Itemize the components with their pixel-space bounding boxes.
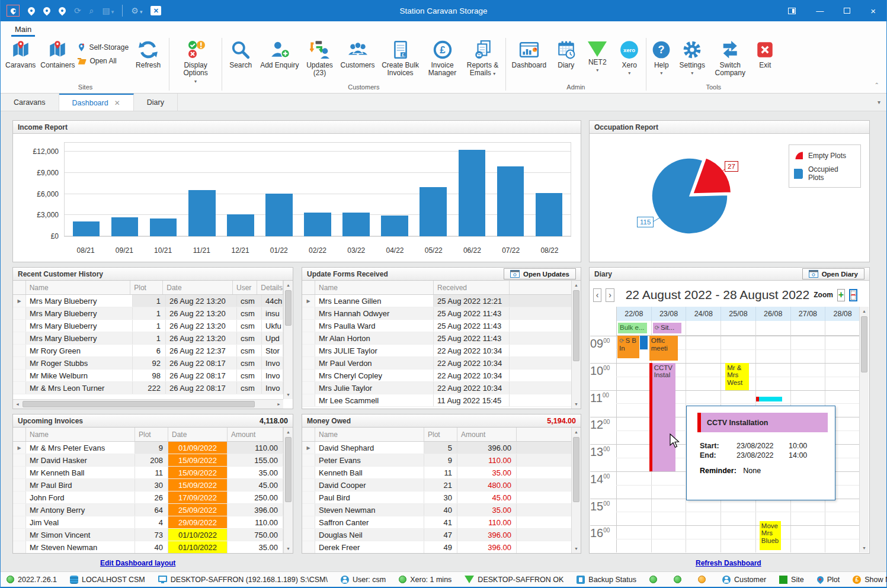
site-pin-icon[interactable]	[42, 6, 52, 16]
status-item[interactable]: LOCALHOST CSM	[70, 576, 145, 584]
diary-day-header[interactable]: 23/08	[651, 307, 686, 321]
zoom-out-button[interactable]: −	[849, 289, 857, 301]
close-button[interactable]: ×	[870, 6, 876, 16]
maximize-button[interactable]	[844, 8, 850, 14]
table-row[interactable]: Mrs Mary Blueberry 1 26 Aug 22 13:20 csm…	[13, 295, 283, 307]
all-day-event[interactable]: ⟳Sit...	[653, 323, 682, 333]
diary-event[interactable]: Move Mrs Blueb	[760, 521, 781, 551]
edit-dashboard-layout-link[interactable]: Edit Dashboard layout	[100, 559, 175, 567]
status-item[interactable]: User: csm	[341, 576, 386, 584]
table-row[interactable]: Mrs JULIE Taylor 22 Aug 2022 10:34	[302, 345, 571, 357]
table-row[interactable]: Mr Steven Newman 40 01/10/2022 35.00	[13, 541, 283, 553]
settings-button[interactable]: Settings ▾	[675, 37, 709, 76]
customers-button[interactable]: Customers	[338, 37, 377, 69]
open-diary-button[interactable]: Open Diary	[802, 268, 864, 279]
ribbon-tab-main[interactable]: Main	[11, 23, 35, 37]
status-item[interactable]: DESKTOP-SAFFRON (192.168.1.189) S:\CSM\	[158, 576, 328, 584]
table-row[interactable]: Mr Rory Green 6 26 Aug 22 12:37 csm Stor	[13, 345, 283, 357]
table-row[interactable]: Derek Freer 49 396.00	[302, 541, 571, 553]
scroll-right-icon[interactable]: ►	[274, 400, 283, 409]
status-item[interactable]: Show None	[853, 576, 887, 584]
diary-event[interactable]: ⟳S B In	[617, 336, 639, 358]
diary-event[interactable]: Offic meeti	[649, 336, 678, 361]
diary-event[interactable]	[756, 397, 782, 401]
scroll-down-icon[interactable]: ▼	[284, 390, 293, 399]
table-row[interactable]: Mrs Mary Blueberry 1 26 Aug 22 13:20 csm…	[13, 320, 283, 332]
site-pin-icon[interactable]	[27, 6, 37, 16]
diary-day-header[interactable]: 24/08	[686, 307, 721, 321]
table-row[interactable]: Mr Mike Welburn 98 26 Aug 22 08:17 csm I…	[13, 369, 283, 382]
tab-diary[interactable]: Diary	[134, 94, 178, 111]
layout-panel-icon[interactable]	[788, 8, 796, 14]
open-all-button[interactable]: Open All	[77, 57, 129, 65]
table-row[interactable]: Steven Newman 40 35.00	[302, 504, 571, 516]
invoice-manager-button[interactable]: £ Invoice Manager	[424, 37, 462, 78]
table-row[interactable]: Mrs Mary Blueberry 1 26 Aug 22 13:20 csm…	[13, 332, 283, 345]
refresh-button[interactable]: Refresh	[129, 37, 168, 69]
status-item[interactable]: Xero: 1 mins	[399, 576, 451, 584]
gear-icon[interactable]: ⚙▾	[131, 6, 142, 15]
diary-event[interactable]	[640, 336, 648, 349]
table-row[interactable]: Mrs Julie Taylor 22 Aug 2022 10:34	[302, 382, 571, 394]
status-item[interactable]: Plot	[817, 576, 840, 584]
table-row[interactable]: Kenneth Ball 11 35.00	[302, 467, 571, 479]
containers-button[interactable]: Containers	[38, 37, 77, 69]
status-item[interactable]: Backup Status	[577, 576, 636, 584]
next-week-button[interactable]: ›	[606, 288, 614, 302]
status-item[interactable]	[649, 576, 661, 583]
diary-event[interactable]: Mr & Mrs West	[725, 363, 749, 390]
scroll-down-icon[interactable]: ▼	[572, 544, 581, 553]
caravans-button[interactable]: Caravans	[3, 37, 38, 69]
scrollbar-thumb[interactable]	[573, 437, 579, 502]
scrollbar-thumb[interactable]	[285, 437, 292, 502]
scroll-up-icon[interactable]: ▲	[284, 281, 293, 290]
table-row[interactable]: Mr Lee Scammell 11 Aug 2022 15:45	[302, 394, 571, 407]
table-row[interactable]: Mr & Mrs Leon Turner 222 26 Aug 22 08:17…	[13, 382, 283, 394]
vertical-scrollbar[interactable]: ▲ ▼	[571, 428, 581, 553]
minimize-button[interactable]: —	[816, 7, 824, 15]
table-row[interactable]: David Shephard 5 396.00	[302, 442, 571, 454]
vertical-scrollbar[interactable]: ▲ ▼	[571, 281, 581, 409]
open-updates-button[interactable]: Open Updates	[504, 268, 576, 279]
display-options-button[interactable]: Display Options ▾	[171, 37, 220, 85]
xero-button[interactable]: xero Xero ▾	[614, 37, 645, 76]
zoom-in-button[interactable]: +	[837, 289, 845, 301]
table-row[interactable]: Peter Evans 9 110.00	[302, 454, 571, 467]
diary-day-header[interactable]: 22/08	[616, 307, 651, 321]
table-row[interactable]: Mrs Cheryl Copley 22 Aug 2022 10:34	[302, 369, 571, 382]
site-pin-icon[interactable]	[57, 6, 68, 16]
all-day-event[interactable]: Bulk e...	[618, 323, 647, 333]
diary-day-header[interactable]: 27/08	[790, 307, 825, 321]
horizontal-scrollbar[interactable]: ◄ ►	[13, 399, 283, 409]
table-row[interactable]: Mr Roger Stubbs 92 26 Aug 22 08:17 csm I…	[13, 357, 283, 369]
scroll-up-icon[interactable]: ▲	[572, 428, 581, 436]
table-row[interactable]: Mrs Paulla Ward 25 Aug 2022 11:43	[302, 320, 571, 332]
help-button[interactable]: ? Help ▾	[648, 37, 675, 76]
table-row[interactable]: Jim Veal 4 29/09/2022 110.00	[13, 516, 283, 529]
scroll-up-icon[interactable]: ▲	[284, 428, 293, 436]
search-button[interactable]: Search	[223, 37, 258, 69]
status-item[interactable]	[698, 576, 709, 583]
add-enquiry-button[interactable]: Add Enquiry	[258, 37, 301, 69]
vertical-scrollbar[interactable]: ▲ ▼	[283, 281, 293, 399]
close-tab-icon[interactable]: ✕	[114, 99, 120, 107]
ribbon-collapse-icon[interactable]: ⌃	[875, 82, 879, 88]
self-storage-button[interactable]: Self-Storage	[77, 43, 129, 52]
diary-event[interactable]: CCTV Instal	[649, 363, 675, 471]
exit-button[interactable]: Exit	[751, 37, 779, 69]
exit-icon[interactable]: ✕	[150, 6, 161, 15]
dashboard-button[interactable]: Dashboard	[507, 37, 552, 69]
scroll-down-icon[interactable]: ▼	[284, 544, 293, 553]
diary-vertical-scrollbar[interactable]: ▲ ▼	[859, 307, 869, 552]
scroll-down-icon[interactable]: ▼	[572, 400, 581, 409]
table-row[interactable]: Mrs Leanne Gillen 25 Aug 2022 12:21	[302, 295, 571, 307]
scrollbar-thumb[interactable]	[23, 401, 255, 407]
status-item[interactable]	[674, 576, 685, 583]
table-row[interactable]: Mr Paul Bird 30 15/09/2022 45.00	[13, 479, 283, 491]
diary-day-header[interactable]: 26/08	[755, 307, 790, 321]
scroll-up-icon[interactable]: ▲	[860, 307, 869, 316]
table-row[interactable]: Mrs Hannah Odwyer 25 Aug 2022 11:43	[302, 307, 571, 320]
table-row[interactable]: Douglas Neil 47 396.00	[302, 529, 571, 541]
status-item[interactable]: DESKTOP-SAFFRON OK	[465, 576, 563, 584]
prev-week-button[interactable]: ‹	[593, 288, 601, 302]
